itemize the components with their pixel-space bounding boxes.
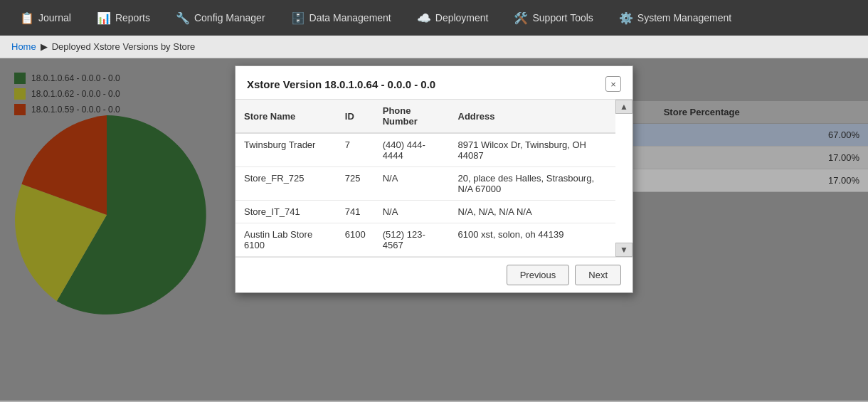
scroll-down-button[interactable]: ▼ xyxy=(615,243,633,257)
breadcrumb-separator: ▶ xyxy=(41,41,48,52)
modal-cell-store-0: Twinsburg Trader xyxy=(235,133,337,167)
modal-cell-phone-2: N/A xyxy=(374,201,450,223)
nav-deployment[interactable]: ☁️ Deployment xyxy=(404,0,502,36)
modal-title: Xstore Version 18.0.1.0.64 - 0.0.0 - 0.0 xyxy=(247,78,435,90)
modal-footer: Previous Next xyxy=(235,257,633,292)
nav-config-label: Config Manager xyxy=(194,12,265,23)
prev-button[interactable]: Previous xyxy=(507,265,570,285)
modal-table-row: Store_IT_741 741 N/A N/A, N/A, N/A N/A xyxy=(235,201,615,223)
modal-table-row: Store_FR_725 725 N/A 20, place des Halle… xyxy=(235,167,615,201)
nav-support-label: Support Tools xyxy=(532,12,593,23)
modal-cell-store-1: Store_FR_725 xyxy=(235,167,337,201)
reports-icon: 📊 xyxy=(97,11,111,25)
support-icon: 🛠️ xyxy=(514,11,528,25)
nav-reports[interactable]: 📊 Reports xyxy=(84,0,163,36)
modal-cell-address-0: 8971 Wilcox Dr, Twinsburg, OH 44087 xyxy=(450,133,615,167)
navbar: 📋 Journal 📊 Reports 🔧 Config Manager 🗄️ … xyxy=(0,0,868,36)
nav-support-tools[interactable]: 🛠️ Support Tools xyxy=(501,0,605,36)
breadcrumb-current: Deployed Xstore Versions by Store xyxy=(52,41,196,52)
modal-body: Store Name ID Phone Number Address Twins… xyxy=(235,100,633,257)
nav-data-management[interactable]: 🗄️ Data Management xyxy=(278,0,404,36)
nav-system-management[interactable]: ⚙️ System Management xyxy=(606,0,744,36)
modal-col-phone: Phone Number xyxy=(374,100,450,133)
modal-overlay: Xstore Version 18.0.1.0.64 - 0.0.0 - 0.0… xyxy=(0,58,868,401)
nav-config-manager[interactable]: 🔧 Config Manager xyxy=(163,0,278,36)
modal-cell-store-3: Austin Lab Store 6100 xyxy=(235,223,337,257)
config-icon: 🔧 xyxy=(176,11,190,25)
modal-cell-phone-0: (440) 444-4444 xyxy=(374,133,450,167)
breadcrumb: Home ▶ Deployed Xstore Versions by Store xyxy=(0,36,868,58)
modal-col-address: Address xyxy=(450,100,615,133)
modal-cell-address-1: 20, place des Halles, Strasbourg, N/A 67… xyxy=(450,167,615,201)
modal-cell-phone-1: N/A xyxy=(374,167,450,201)
main-content: 18.0.1.0.64 - 0.0.0 - 0.0 18.0.1.0.62 - … xyxy=(0,58,868,401)
modal-dialog: Xstore Version 18.0.1.0.64 - 0.0.0 - 0.0… xyxy=(235,65,633,293)
deployment-icon: ☁️ xyxy=(417,11,431,25)
modal-table: Store Name ID Phone Number Address Twins… xyxy=(235,100,615,257)
modal-table-container: Store Name ID Phone Number Address Twins… xyxy=(235,100,615,257)
modal-cell-address-3: 6100 xst, solon, oh 44139 xyxy=(450,223,615,257)
nav-data-label: Data Management xyxy=(309,12,391,23)
nav-journal[interactable]: 📋 Journal xyxy=(7,0,84,36)
next-button[interactable]: Next xyxy=(575,265,621,285)
nav-journal-label: Journal xyxy=(38,12,71,23)
modal-table-row: Twinsburg Trader 7 (440) 444-4444 8971 W… xyxy=(235,133,615,167)
nav-system-label: System Management xyxy=(637,12,731,23)
modal-col-id: ID xyxy=(337,100,374,133)
journal-icon: 📋 xyxy=(20,11,34,25)
modal-cell-store-2: Store_IT_741 xyxy=(235,201,337,223)
modal-table-row: Austin Lab Store 6100 6100 (512) 123-456… xyxy=(235,223,615,257)
modal-cell-id-3: 6100 xyxy=(337,223,374,257)
modal-cell-address-2: N/A, N/A, N/A N/A xyxy=(450,201,615,223)
data-icon: 🗄️ xyxy=(291,11,305,25)
nav-deployment-label: Deployment xyxy=(435,12,489,23)
modal-table-header-row: Store Name ID Phone Number Address xyxy=(235,100,615,133)
breadcrumb-home[interactable]: Home xyxy=(11,41,36,52)
modal-close-button[interactable]: × xyxy=(605,76,621,92)
modal-cell-id-1: 725 xyxy=(337,167,374,201)
system-icon: ⚙️ xyxy=(619,11,633,25)
scroll-up-button[interactable]: ▲ xyxy=(615,100,633,114)
modal-cell-id-2: 741 xyxy=(337,201,374,223)
nav-reports-label: Reports xyxy=(115,12,150,23)
modal-header: Xstore Version 18.0.1.0.64 - 0.0.0 - 0.0… xyxy=(235,66,633,100)
modal-cell-phone-3: (512) 123-4567 xyxy=(374,223,450,257)
modal-cell-id-0: 7 xyxy=(337,133,374,167)
modal-col-store-name: Store Name xyxy=(235,100,337,133)
